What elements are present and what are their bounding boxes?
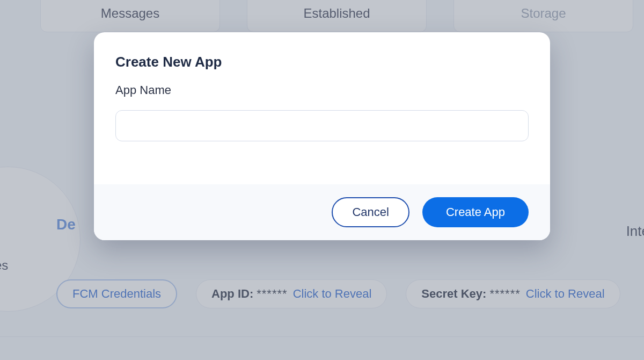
create-app-modal: Create New App App Name Cancel Create Ap… [94,32,550,240]
app-name-input[interactable] [115,110,529,141]
modal-body: Create New App App Name [94,32,550,184]
button-label: Create App [446,205,505,219]
modal-footer: Cancel Create App [94,184,550,240]
button-label: Cancel [352,205,389,219]
create-app-button[interactable]: Create App [422,197,529,227]
cancel-button[interactable]: Cancel [332,197,409,227]
modal-title: Create New App [115,54,529,70]
app-name-label: App Name [115,83,529,97]
modal-overlay: Create New App App Name Cancel Create Ap… [0,0,644,360]
